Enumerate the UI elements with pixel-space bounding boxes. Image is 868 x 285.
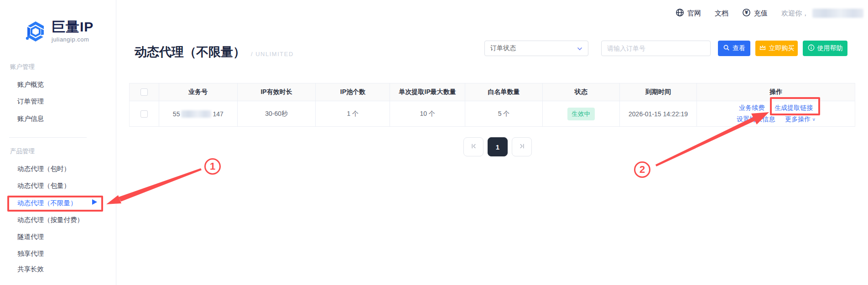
brand-text: 巨量IP juliangip.com — [52, 20, 94, 43]
more-actions-label: 更多操作 — [785, 115, 811, 123]
buy-now-button[interactable]: 立即购买 — [755, 41, 798, 56]
header-actions: 操作 — [697, 83, 855, 101]
sidebar-item-dynamic-unlimited[interactable]: 动态代理（不限量） — [17, 199, 77, 207]
select-all-cell — [130, 83, 159, 101]
username-blurred — [812, 9, 863, 18]
brand-logo[interactable]: 巨量IP juliangip.com — [25, 20, 94, 45]
header-max-extract: 单次提取IP最大数量 — [390, 83, 465, 101]
recharge-link[interactable]: ¥ 充值 — [742, 8, 768, 18]
official-site-link[interactable]: 官网 — [676, 8, 701, 18]
header-pool-count: IP池个数 — [316, 83, 390, 101]
sidebar-item-shared-longterm[interactable]: 共享长效 — [17, 265, 44, 274]
sidebar-divider — [9, 137, 87, 138]
sidebar-section-account: 账户管理 — [10, 63, 35, 71]
welcome-area: 欢迎你， — [781, 9, 863, 18]
header-whitelist-count: 白名单数量 — [465, 83, 543, 101]
sidebar-item-dynamic-hourly[interactable]: 动态代理（包时） — [17, 165, 70, 173]
max-extract-cell: 10 个 — [390, 101, 465, 126]
sidebar-item-account-overview[interactable]: 账户概览 — [17, 80, 44, 89]
annotation-step-1: 1 — [204, 158, 221, 175]
sidebar-item-dynamic-volume[interactable]: 动态代理（包量） — [17, 181, 70, 190]
table-row: 55147 30-60秒 1 个 10 个 5 个 生效中 2026-01-15… — [130, 101, 855, 127]
arrow-1 — [106, 168, 202, 204]
pool-count-cell: 1 个 — [316, 101, 390, 126]
generate-extract-link[interactable]: 生成提取链接 — [774, 104, 813, 112]
actions-line-1: 业务续费 生成提取链接 — [739, 104, 813, 112]
pagination: 1 — [463, 137, 532, 156]
status-cell: 生效中 — [543, 101, 620, 126]
actions-cell: 业务续费 生成提取链接 设置协议信息 更多操作˅ — [697, 101, 855, 126]
svg-text:¥: ¥ — [745, 10, 748, 15]
sidebar-item-exclusive-proxy[interactable]: 独享代理 — [17, 249, 44, 258]
business-id-suffix: 147 — [213, 110, 223, 118]
sidebar-section-products: 产品管理 — [10, 147, 35, 155]
header-ip-duration: IP有效时长 — [238, 83, 316, 101]
buy-now-button-label: 立即购买 — [769, 44, 795, 52]
row-checkbox[interactable] — [140, 110, 148, 118]
header-status: 状态 — [543, 83, 620, 101]
business-id-blurred — [181, 110, 211, 118]
annotation-step-2: 2 — [634, 161, 650, 178]
status-badge: 生效中 — [567, 108, 595, 120]
order-number-input[interactable] — [601, 41, 711, 56]
sidebar-item-dynamic-payg[interactable]: 动态代理（按量付费） — [17, 216, 83, 224]
business-id-cell: 55147 — [159, 101, 238, 126]
search-button-label: 查看 — [733, 44, 745, 52]
business-id-prefix: 55 — [173, 110, 180, 118]
renew-link[interactable]: 业务续费 — [739, 104, 764, 112]
brand-name: 巨量IP — [52, 20, 94, 34]
header-business-id: 业务号 — [159, 83, 238, 101]
header-expire-time: 到期时间 — [620, 83, 697, 101]
help-button-label: 使用帮助 — [817, 44, 843, 52]
docs-label: 文档 — [715, 9, 728, 18]
official-site-label: 官网 — [687, 9, 701, 18]
first-page-button[interactable] — [463, 137, 483, 156]
active-item-arrow-icon — [92, 199, 97, 205]
sidebar-item-tunnel-proxy[interactable]: 隧道代理 — [17, 233, 44, 241]
table-header-row: 业务号 IP有效时长 IP池个数 单次提取IP最大数量 白名单数量 状态 到期时… — [130, 83, 855, 101]
sidebar: 巨量IP juliangip.com 账户管理 账户概览 订单管理 账户信息 产… — [0, 0, 116, 285]
search-button[interactable]: 查看 — [718, 41, 750, 56]
last-page-button[interactable] — [512, 137, 532, 156]
page-header: 动态代理（不限量） / UNLIMITED — [135, 44, 294, 60]
last-page-icon — [519, 143, 525, 151]
select-all-checkbox[interactable] — [140, 88, 148, 96]
crown-icon — [759, 44, 766, 52]
actions-line-2: 设置协议信息 更多操作˅ — [737, 115, 815, 124]
docs-link[interactable]: 文档 — [715, 9, 728, 18]
recharge-label: 充值 — [754, 9, 768, 18]
sidebar-item-order-management[interactable]: 订单管理 — [17, 97, 44, 106]
first-page-icon — [470, 143, 477, 151]
expire-time-cell: 2026-01-15 14:22:19 — [620, 101, 697, 126]
page-1-button[interactable]: 1 — [488, 137, 508, 156]
protocol-settings-link[interactable]: 设置协议信息 — [737, 115, 775, 124]
row-select-cell — [130, 101, 159, 126]
more-actions-link[interactable]: 更多操作˅ — [785, 115, 815, 124]
order-status-selected-value: 订单状态 — [490, 44, 516, 52]
chevron-down-icon: ˅ — [812, 117, 815, 122]
topbar: 官网 文档 ¥ 充值 欢迎你， — [116, 0, 868, 26]
welcome-label: 欢迎你， — [781, 9, 809, 18]
chevron-down-icon — [577, 45, 582, 52]
yuan-coin-icon: ¥ — [742, 8, 751, 18]
page-subtitle: / UNLIMITED — [251, 51, 294, 57]
ip-duration-cell: 30-60秒 — [238, 101, 316, 126]
page-title: 动态代理（不限量） — [135, 44, 245, 60]
order-status-select[interactable]: 订单状态 — [484, 41, 588, 56]
help-button[interactable]: 使用帮助 — [803, 41, 847, 56]
orders-table: 业务号 IP有效时长 IP池个数 单次提取IP最大数量 白名单数量 状态 到期时… — [129, 83, 855, 127]
brand-hexagon-icon — [25, 20, 46, 45]
brand-domain: juliangip.com — [52, 36, 94, 43]
sidebar-item-account-info[interactable]: 账户信息 — [17, 114, 44, 123]
globe-icon — [676, 8, 684, 18]
juliangip-console-page: 巨量IP juliangip.com 账户管理 账户概览 订单管理 账户信息 产… — [0, 0, 868, 285]
search-icon — [723, 44, 730, 52]
info-icon — [808, 44, 815, 52]
whitelist-count-cell: 5 个 — [465, 101, 543, 126]
